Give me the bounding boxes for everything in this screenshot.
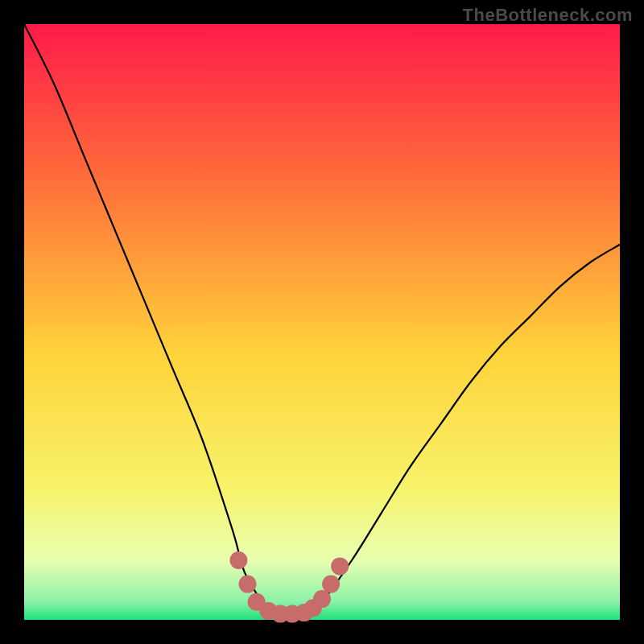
highlight-dot (239, 576, 257, 593)
highlight-dot (313, 590, 331, 608)
highlight-dot (322, 576, 340, 593)
attribution-label: TheBottleneck.com (463, 5, 633, 26)
highlight-dot (229, 551, 247, 569)
chart-frame: TheBottleneck.com (0, 0, 644, 644)
highlight-dot (331, 557, 349, 575)
plot-background (24, 24, 620, 620)
bottleneck-chart (0, 0, 644, 644)
